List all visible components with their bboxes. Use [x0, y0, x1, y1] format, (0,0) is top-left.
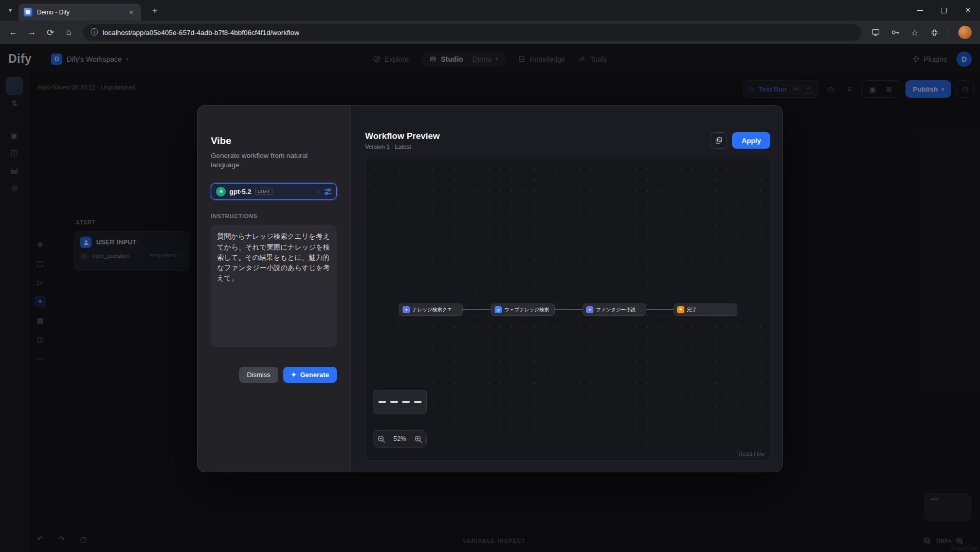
window-minimize-button[interactable]	[908, 0, 932, 21]
tab-search-button[interactable]: ▾	[4, 5, 16, 15]
openai-icon: ✳	[216, 187, 226, 197]
preview-version: Version 1 · Latest	[365, 144, 440, 150]
browser-profile-avatar[interactable]	[958, 26, 972, 39]
model-auto-icon[interactable]: ◌	[316, 188, 320, 195]
vibe-modal: Vibe Generate workflow from natural lang…	[197, 105, 783, 472]
tab-close-icon[interactable]: ×	[126, 8, 136, 17]
browser-tabstrip: ▾ Demo - Dify × + ×	[0, 0, 980, 21]
sparkle-icon: ✦	[291, 371, 297, 379]
llm-node-icon: ✦	[403, 306, 410, 313]
url-bar[interactable]: ⓘ localhost/app/a05e405e-657d-4adb-b7f8-…	[83, 24, 861, 41]
navbar-divider	[949, 27, 949, 38]
install-app-icon[interactable]	[867, 24, 884, 41]
preview-node-3[interactable]: ✦ ファンタジー小説の魅力的なあらすじ	[583, 304, 646, 316]
screen: ▾ Demo - Dify × + × ← → ⟳ ⌂ ⓘ localhost/…	[0, 0, 980, 552]
model-selector[interactable]: ✳ gpt-5.2 CHAT ◌	[211, 183, 337, 200]
home-button[interactable]: ⌂	[61, 24, 77, 41]
browser-tab[interactable]: Demo - Dify ×	[19, 4, 141, 21]
password-key-icon[interactable]	[887, 24, 903, 41]
workflow-preview-panel: Workflow Preview Version 1 · Latest Appl…	[351, 105, 783, 472]
window-maximize-button[interactable]	[932, 0, 956, 21]
apply-button[interactable]: Apply	[732, 132, 770, 149]
minimap-node	[402, 401, 410, 403]
edge-2	[555, 309, 583, 310]
preview-header: Workflow Preview Version 1 · Latest Appl…	[365, 131, 770, 150]
end-node-icon: ⚑	[677, 306, 684, 313]
vibe-actions: Dismiss ✦ Generate	[211, 367, 337, 383]
vibe-panel: Vibe Generate workflow from natural lang…	[197, 105, 351, 472]
refresh-button[interactable]: ⟳	[42, 24, 59, 41]
instructions-textarea[interactable]: 質問からナレッジ検索クエリを考えてから、それで実際にナレッジを検索して。その結果…	[211, 225, 337, 347]
minimap-node	[390, 401, 398, 403]
edge-3	[646, 309, 674, 310]
url-text: localhost/app/a05e405e-657d-4adb-b7f8-4b…	[103, 29, 299, 37]
window-controls: ×	[908, 0, 980, 21]
model-type-badge: CHAT	[255, 188, 273, 195]
zoom-in-icon	[414, 435, 422, 443]
llm-node-icon: ✦	[586, 306, 593, 313]
preview-title: Workflow Preview	[365, 131, 440, 141]
chevron-down-icon: ▾	[9, 7, 12, 14]
instructions-label: INSTRUCTIONS	[211, 213, 337, 219]
navbar-right: ☆	[867, 24, 975, 41]
dismiss-button[interactable]: Dismiss	[239, 367, 278, 383]
preview-node-1[interactable]: ✦ ナレッジ検索クエリ生成	[399, 304, 463, 316]
site-info-icon[interactable]: ⓘ	[90, 28, 98, 37]
model-name: gpt-5.2	[229, 188, 251, 195]
vibe-subtitle: Generate workflow from natural language	[211, 151, 337, 170]
edge-1	[463, 309, 491, 310]
generate-button[interactable]: ✦ Generate	[283, 367, 337, 383]
window-close-button[interactable]: ×	[956, 0, 980, 21]
model-settings-sliders-icon[interactable]	[324, 188, 332, 195]
copy-button[interactable]	[711, 132, 727, 149]
maximize-icon	[941, 8, 947, 13]
copy-icon	[715, 137, 722, 144]
minimap-node	[414, 401, 422, 403]
preview-zoom-value: 52%	[393, 435, 406, 442]
dify-favicon-icon	[24, 8, 32, 16]
browser-navbar: ← → ⟳ ⌂ ⓘ localhost/app/a05e405e-657d-4a…	[0, 21, 980, 44]
vibe-title: Vibe	[211, 135, 337, 147]
react-flow-attribution: React Flow	[739, 451, 765, 457]
forward-button[interactable]: →	[24, 24, 40, 41]
preview-node-4[interactable]: ⚑ 完了	[674, 304, 737, 316]
zoom-out-icon	[377, 435, 385, 443]
new-tab-button[interactable]: +	[148, 5, 161, 17]
preview-node-2[interactable]: ◎ ウェブナレッジ検索	[491, 304, 555, 316]
minimap[interactable]	[373, 390, 427, 414]
knowledge-search-node-icon: ◎	[495, 306, 502, 313]
tab-title: Demo - Dify	[37, 9, 122, 16]
minimap-node	[378, 401, 386, 403]
minimize-icon	[917, 10, 923, 11]
preview-zoom-control[interactable]: 52%	[373, 430, 427, 448]
extensions-puzzle-icon[interactable]	[926, 24, 942, 41]
back-button[interactable]: ←	[5, 24, 22, 41]
preview-canvas[interactable]: ✦ ナレッジ検索クエリ生成 ◎ ウェブナレッジ検索 ✦ ファンタジー小説の魅力的…	[365, 158, 770, 461]
bookmark-star-icon[interactable]: ☆	[906, 24, 923, 41]
